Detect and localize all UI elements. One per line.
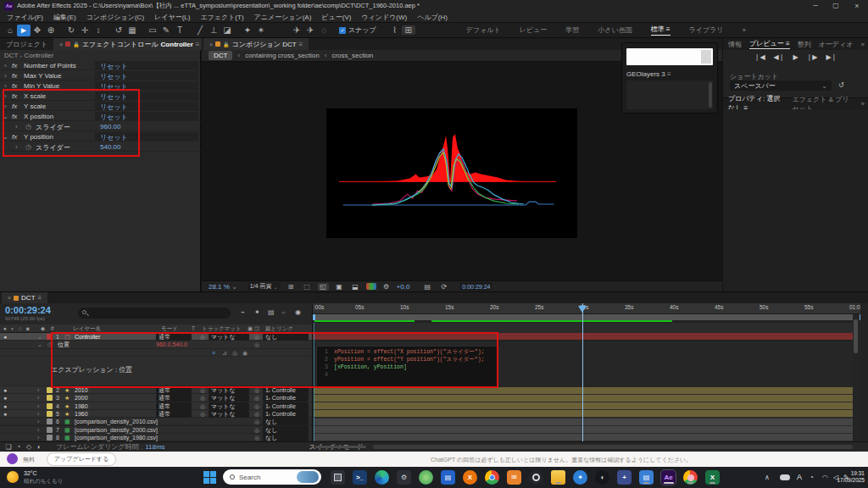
clone-stamp-tool[interactable]: ⊥ bbox=[207, 25, 220, 35]
expression-enable-icon[interactable]: ≡ bbox=[212, 349, 215, 357]
layer-row-1980[interactable]: ●› 4 ★ 1980 通常⌄ ◎ マットな⌄ ◎ 1. Controlle⌄ bbox=[0, 402, 312, 410]
eye-toggle[interactable]: ● bbox=[3, 410, 7, 418]
settings-icon[interactable]: ⚙ bbox=[397, 470, 411, 485]
menu-file[interactable]: ファイル(F) bbox=[7, 13, 43, 22]
exposure-gear-icon[interactable]: ⚙ bbox=[381, 283, 392, 291]
eraser-tool[interactable]: ◪ bbox=[220, 25, 234, 35]
stopwatch-icon[interactable]: ◷ bbox=[25, 123, 31, 130]
layer-row-csv-1980[interactable]: › 8 ▦ [comparison_density_1980.csv] ◎ なし… bbox=[0, 434, 312, 441]
tab-project[interactable]: プロジェクト bbox=[0, 38, 53, 50]
work-area-start-handle[interactable] bbox=[313, 314, 315, 320]
effect-row-min-y-value[interactable]: ›fx Min Y Value リセット bbox=[0, 80, 201, 91]
menu-view[interactable]: ビュー(V) bbox=[321, 13, 351, 22]
matte-select[interactable]: マットな⌄ bbox=[209, 394, 249, 402]
mode-select[interactable]: 通常⌄ bbox=[156, 410, 192, 418]
layer-color-label[interactable] bbox=[47, 387, 53, 393]
layer-row-2000[interactable]: ●› 3 ★ 2000 通常⌄ ◎ マットな⌄ ◎ 1. Controlle⌄ bbox=[0, 394, 312, 402]
puppet-pin-tool[interactable]: ✶ bbox=[254, 25, 268, 35]
geolayers-search-button[interactable] bbox=[701, 50, 711, 64]
t-column[interactable]: T bbox=[192, 325, 195, 331]
workspace-learn[interactable]: 学習 bbox=[565, 25, 579, 35]
motion-blur-icon[interactable]: ◉ bbox=[295, 308, 301, 316]
shortcut-select[interactable]: スペースバー⌄ bbox=[730, 80, 832, 91]
tab-align[interactable]: 整列 bbox=[798, 40, 811, 49]
workspace-standard[interactable]: 標準 ≡ bbox=[651, 25, 670, 36]
store-icon[interactable]: ▤ bbox=[441, 470, 455, 485]
workspace-default[interactable]: デフォルト bbox=[466, 25, 501, 35]
chatgpt-avatar[interactable] bbox=[7, 453, 18, 464]
layer-row-csv-2010[interactable]: › 6 ▦ [comparison_density_2010.csv] ◎ なし… bbox=[0, 418, 312, 425]
parent-select[interactable]: 1. Controlle⌄ bbox=[263, 402, 309, 410]
prev-frame-button[interactable]: ◀❘ bbox=[774, 53, 785, 65]
mode-column[interactable]: モード bbox=[161, 325, 178, 333]
eye-toggle[interactable]: ● bbox=[3, 394, 7, 402]
expand-layers-icon[interactable]: ❏ bbox=[3, 443, 14, 451]
mask-shape-tool[interactable]: ▭ bbox=[146, 25, 159, 35]
layer-row-csv-2000[interactable]: › 7 ▦ [comparison_density_2000.csv] ◎ なし… bbox=[0, 426, 312, 434]
layer-row-1960[interactable]: ●› 5 ★ 1960 通常⌄ ◎ マットな⌄ ◎ 1. Controlle⌄ bbox=[0, 410, 312, 418]
maximize-button[interactable]: ▢ bbox=[826, 2, 846, 10]
playhead-handle[interactable] bbox=[578, 306, 587, 313]
grid-guides-icon[interactable]: ⊞ bbox=[286, 283, 297, 291]
work-area-bar[interactable] bbox=[313, 314, 860, 320]
menu-window[interactable]: ウィンドウ(W) bbox=[361, 13, 407, 22]
weather-icon[interactable] bbox=[7, 471, 19, 483]
layer-color-label[interactable] bbox=[47, 435, 53, 441]
breadcrumb-containing-cross-section[interactable]: containing cross_section bbox=[245, 52, 320, 59]
pickwhip-icon[interactable]: ◎ bbox=[254, 402, 259, 410]
add-app-icon[interactable]: + bbox=[617, 470, 632, 485]
pen-tool[interactable]: ✎ bbox=[159, 25, 173, 35]
start-button[interactable] bbox=[203, 471, 216, 484]
transparency-grid-icon[interactable]: ▣ bbox=[334, 283, 345, 291]
geolayers-tab[interactable]: GEOlayers 3 ≡ bbox=[626, 70, 671, 78]
geolayers-body[interactable] bbox=[626, 80, 713, 109]
composition-mini-flowchart-icon[interactable]: ⌁ bbox=[241, 308, 245, 316]
layer-bar-csv-2010[interactable] bbox=[314, 419, 858, 425]
next-frame-button[interactable]: ❘▶ bbox=[807, 53, 818, 65]
transform-box-icon[interactable]: ◇ bbox=[24, 443, 34, 451]
tray-chevron-icon[interactable]: ∧ bbox=[765, 474, 770, 481]
mail-icon[interactable]: ✉ bbox=[507, 470, 521, 485]
layer-color-label[interactable] bbox=[47, 395, 53, 401]
region-of-interest-icon[interactable]: ◱ bbox=[318, 283, 329, 291]
timeline-hscrollbar[interactable] bbox=[373, 445, 853, 449]
zoom-tool[interactable]: ⊕ bbox=[44, 25, 58, 35]
timeline-search-input[interactable] bbox=[78, 308, 231, 319]
matte-column[interactable]: トラックマット bbox=[202, 325, 242, 333]
frame-blending-icon[interactable]: ⌔ bbox=[281, 308, 286, 317]
snap-checkbox[interactable]: ✓ bbox=[339, 27, 346, 34]
layer-bar-1980[interactable] bbox=[314, 402, 858, 409]
play-button[interactable]: ▶ bbox=[793, 53, 798, 65]
menu-edit[interactable]: 編集(E) bbox=[53, 13, 76, 22]
tab-preview[interactable]: プレビュー ≡ bbox=[749, 39, 790, 49]
parent-select[interactable]: なし⌄ bbox=[263, 426, 309, 434]
pickwhip-icon[interactable]: ◎ bbox=[254, 386, 259, 394]
onedrive-icon[interactable] bbox=[780, 474, 790, 480]
layer-name-column[interactable]: レイヤー名 bbox=[73, 325, 101, 333]
mode-select[interactable]: 通常⌄ bbox=[156, 386, 192, 394]
tab-audio[interactable]: オーディオ bbox=[819, 40, 854, 49]
eye-toggle[interactable]: ● bbox=[3, 402, 7, 410]
reset-shortcut-icon[interactable]: ↺ bbox=[838, 81, 844, 89]
chrome-profile-icon[interactable] bbox=[683, 470, 698, 485]
close-button[interactable]: × bbox=[846, 2, 868, 10]
powershell-icon[interactable]: >_ bbox=[353, 470, 367, 485]
home-icon[interactable]: ⌂ bbox=[3, 25, 17, 35]
snapshot-camera-icon[interactable]: ▤ bbox=[421, 283, 433, 291]
workspace-libraries[interactable]: ライブラリ bbox=[689, 25, 724, 35]
layer-bar-2000[interactable] bbox=[314, 395, 858, 402]
pickwhip-icon[interactable]: ◎ bbox=[200, 333, 205, 341]
layer-row-controller[interactable]: ● ⌄ 1 ▢ Controller 通常⌄ ◎ マットな⌄ ◎ なし⌄ bbox=[0, 333, 312, 341]
explorer-icon[interactable] bbox=[551, 470, 565, 485]
pickwhip-icon[interactable]: ◎ bbox=[200, 386, 205, 394]
orbit-camera-tool[interactable]: ↻ bbox=[64, 25, 78, 35]
stopwatch-icon[interactable]: ◷ bbox=[47, 341, 53, 348]
parent-select[interactable]: 1. Controlle⌄ bbox=[263, 410, 309, 418]
rotation-tool[interactable]: ↺ bbox=[112, 25, 125, 35]
clock-sync-icon[interactable]: ◔ bbox=[810, 474, 814, 481]
pickwhip-icon[interactable]: ◎ bbox=[254, 418, 259, 425]
slider-row-y-position[interactable]: › ◷ スライダー 540.00 bbox=[0, 141, 201, 152]
parent-select[interactable]: 1. Controlle⌄ bbox=[263, 394, 309, 402]
people-tool-1[interactable]: ✈ bbox=[290, 25, 303, 35]
layer-color-label[interactable] bbox=[47, 427, 53, 433]
